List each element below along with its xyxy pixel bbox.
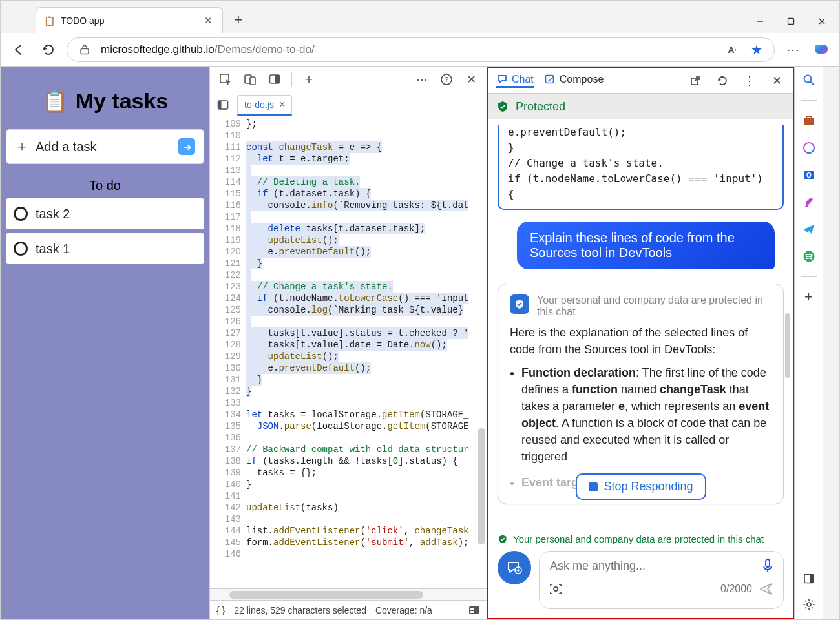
svg-rect-13 (218, 101, 222, 109)
svg-rect-9 (275, 75, 280, 83)
dock-side-icon[interactable] (264, 69, 285, 90)
stop-icon (588, 482, 597, 491)
ask-input[interactable] (549, 559, 755, 574)
file-tab-todo-js[interactable]: to-do.js × (237, 95, 292, 116)
read-aloud-icon[interactable]: A› (724, 41, 740, 58)
copilot-more-icon[interactable]: ⋮ (741, 72, 758, 89)
stop-responding-button[interactable]: Stop Responding (575, 473, 706, 500)
svg-rect-26 (804, 118, 814, 125)
inspect-element-icon[interactable] (215, 69, 236, 90)
send-icon[interactable] (759, 581, 774, 597)
status-stepper-icon[interactable] (468, 606, 480, 615)
svg-point-23 (554, 587, 558, 591)
compose-icon (544, 74, 556, 85)
svg-rect-22 (766, 559, 770, 567)
code-gutter: 1091101111121131141151161171181191201211… (210, 118, 246, 588)
svg-line-41 (812, 607, 813, 608)
telegram-icon[interactable] (801, 221, 817, 238)
m365-icon[interactable] (801, 140, 817, 156)
copilot-button[interactable] (810, 38, 833, 61)
add-tab-icon[interactable]: + (299, 69, 319, 90)
briefcase-icon[interactable] (801, 112, 817, 129)
nav-back-button[interactable] (7, 38, 30, 61)
user-message: Explain these lines of code from the Sou… (517, 222, 775, 269)
task-label: task 1 (36, 242, 70, 256)
add-task-input[interactable]: ＋ Add a task ➜ (6, 129, 204, 164)
svg-line-25 (810, 82, 814, 85)
device-toggle-icon[interactable] (240, 69, 260, 90)
web-app-pane: 📋 My tasks ＋ Add a task ➜ To do task 2ta… (1, 67, 209, 619)
settings-icon[interactable] (801, 596, 817, 613)
copilot-close-icon[interactable]: ✕ (768, 72, 785, 89)
chat-icon (496, 74, 508, 85)
add-task-placeholder: Add a task (36, 140, 97, 154)
svg-line-42 (812, 601, 813, 602)
svg-text:?: ? (445, 76, 448, 83)
devtools-help-icon[interactable]: ? (436, 69, 457, 90)
tab-title: TODO app (61, 16, 195, 26)
code-context-block: e.preventDefault();}// Change a task's s… (498, 125, 784, 210)
response-item-1: Function declaration: The first line of … (521, 364, 772, 465)
sidebar-toggle-icon[interactable] (801, 570, 817, 587)
sidebar-add-icon[interactable]: + (801, 289, 817, 305)
task-label: task 2 (36, 207, 70, 222)
tab-chat[interactable]: Chat (496, 74, 534, 88)
devtools-close-icon[interactable]: ✕ (461, 69, 481, 90)
site-lock-icon[interactable] (76, 41, 93, 58)
svg-rect-4 (81, 48, 89, 54)
shield-check-icon (498, 534, 508, 544)
code-horizontal-scrollbar[interactable] (210, 588, 487, 600)
protected-tip: Your personal and company data are prote… (537, 294, 772, 318)
task-row[interactable]: task 2 (6, 198, 204, 229)
protected-footer: Your personal and company data are prote… (488, 530, 793, 551)
window-minimize-button[interactable] (745, 10, 775, 33)
copilot-refresh-icon[interactable] (714, 72, 731, 89)
add-task-submit[interactable]: ➜ (178, 138, 195, 155)
nav-refresh-button[interactable] (37, 38, 60, 61)
open-external-icon[interactable] (687, 72, 704, 89)
task-row[interactable]: task 1 (6, 233, 204, 264)
code-vertical-scrollbar[interactable] (478, 428, 485, 544)
search-icon[interactable] (801, 72, 817, 88)
address-bar[interactable]: microsoftedge.github.io/Demos/demo-to-do… (67, 37, 775, 62)
svg-rect-14 (469, 606, 479, 614)
more-menu-button[interactable]: ⋯ (781, 38, 804, 61)
protected-banner: Protected (488, 94, 793, 119)
ask-input-box[interactable]: 0/2000 (539, 551, 784, 609)
file-tab-label: to-do.js (244, 99, 274, 110)
task-checkbox[interactable] (14, 242, 28, 256)
task-checkbox[interactable] (14, 207, 28, 221)
file-tab-close-icon[interactable]: × (279, 99, 285, 110)
mic-icon[interactable] (761, 558, 774, 574)
list-heading: To do (6, 178, 204, 193)
spotify-icon[interactable] (801, 248, 817, 265)
response-intro: Here is the explanation of the selected … (510, 324, 772, 358)
browser-tab[interactable]: 📋 TODO app ✕ (36, 7, 223, 33)
clipboard-icon: 📋 (44, 16, 54, 26)
plus-icon: ＋ (15, 137, 29, 156)
svg-line-40 (805, 601, 806, 602)
page-title: My tasks (76, 88, 169, 114)
edge-sidebar: O + (794, 67, 823, 619)
tab-close-button[interactable]: ✕ (202, 14, 215, 27)
new-chat-button[interactable] (498, 551, 531, 584)
status-braces[interactable]: { } (216, 605, 225, 615)
scan-icon[interactable] (549, 582, 563, 596)
outlook-icon[interactable]: O (801, 167, 817, 183)
code-editor[interactable]: }; const changeTask = e => { let t = e.t… (246, 118, 487, 588)
address-host: microsoftedge.github.io/Demos/demo-to-do… (101, 43, 315, 56)
svg-rect-1 (788, 19, 794, 25)
chat-scrollbar[interactable] (785, 313, 790, 378)
tab-compose[interactable]: Compose (544, 74, 604, 88)
brush-icon[interactable] (801, 194, 817, 211)
svg-text:O: O (806, 172, 812, 179)
new-tab-button[interactable]: + (227, 8, 250, 32)
toggle-navigator-icon[interactable] (213, 95, 233, 116)
svg-line-43 (805, 607, 806, 608)
favorite-icon[interactable]: ★ (748, 41, 765, 58)
svg-point-24 (804, 76, 811, 83)
devtools-more-icon[interactable]: ⋯ (412, 69, 432, 90)
window-close-button[interactable] (807, 10, 837, 33)
shield-check-icon (496, 100, 509, 113)
window-maximize-button[interactable] (776, 10, 806, 33)
